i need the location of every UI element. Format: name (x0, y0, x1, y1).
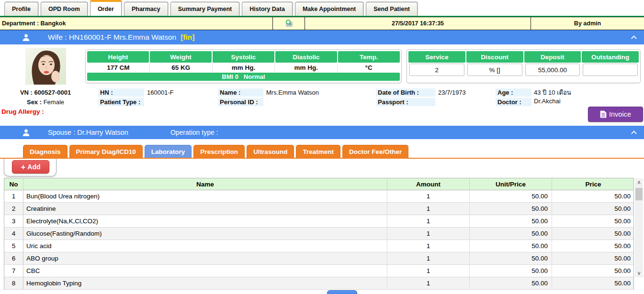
tab-ultrasound[interactable]: Ultrasound (247, 145, 294, 158)
invoice-button[interactable]: Invoice (588, 107, 643, 122)
personal-id-value (266, 98, 352, 106)
billing-header-deposit: Deposit (524, 51, 581, 63)
outstanding-field[interactable] (583, 64, 638, 76)
vitals-header-weight: Weight (150, 51, 212, 63)
search-log-icon[interactable] (273, 17, 305, 30)
table-row[interactable]: 4 Glucose(Fasting/Random) 1 50.00 50.00 (4, 228, 633, 240)
personal-id-label: Personal ID : (218, 98, 263, 106)
passport-label: Passport : (376, 98, 435, 106)
chevron-up-icon[interactable] (630, 33, 638, 41)
vitals-value-height: 177 CM (87, 63, 150, 73)
billing-header-service: Service (408, 51, 465, 63)
col-header-no: No (4, 178, 23, 190)
tab-laboratory[interactable]: Laboratory (145, 145, 192, 158)
plus-icon: + (21, 163, 25, 171)
add-button[interactable]: + Add (12, 160, 49, 174)
drug-allergy-label: Drug Allergy : (1, 108, 44, 115)
user-icon (22, 128, 31, 137)
patient-photo (25, 48, 66, 85)
lab-table-header: No Name Amount Unit/Price Price (4, 178, 633, 190)
fin-badge: [fin] (181, 33, 194, 42)
tab-summary-payment[interactable]: Summary Payment (170, 2, 240, 16)
logged-in-user: By admin (531, 17, 644, 30)
invoice-doc-icon (600, 110, 607, 118)
passport-value (438, 98, 491, 106)
tab-prescription[interactable]: Prescription (193, 145, 245, 158)
lab-items-table: No Name Amount Unit/Price Price 1 Bun(Bl… (4, 178, 634, 290)
service-field[interactable]: 2 (409, 64, 464, 76)
patient-type-value (147, 98, 214, 106)
chevron-up-icon[interactable] (630, 129, 638, 136)
scrollbar-thumb[interactable] (635, 188, 643, 200)
add-button-container: + Add (4, 159, 56, 176)
tab-history-data[interactable]: History Data (242, 2, 293, 16)
vitals-value-temp: °C (338, 63, 400, 73)
wife-section-header: Wife : HN160001-F Mrs.Emma Watson [fin] (0, 30, 644, 44)
tab-order[interactable]: Order (90, 0, 122, 16)
table-row[interactable]: 7 CBC 1 50.00 50.00 (4, 265, 633, 277)
vitals-value-diastolic: mm Hg. (275, 63, 338, 73)
col-header-name: Name (23, 178, 387, 190)
name-label: Name : (218, 88, 263, 97)
age-value: 43 ปี 10 เดือน (534, 88, 606, 97)
order-tab-bar: Diagnosis Primary Diag/ICD10 Laboratory … (0, 144, 644, 159)
col-header-amount: Amount (387, 178, 470, 190)
table-row[interactable]: 2 Creatinine 1 50.00 50.00 (4, 203, 633, 215)
tab-make-appointment[interactable]: Make Appointment (295, 2, 363, 16)
current-datetime: 27/5/2017 16:37:35 (305, 17, 531, 30)
sex-value: Female (44, 98, 64, 106)
age-label: Age : (496, 88, 531, 97)
vitals-table: Height Weight Systolic Diastolic Temp. 1… (85, 49, 402, 83)
spouse-title: Spouse : Dr.Harry Watson (48, 129, 128, 136)
name-value: Mrs.Emma Watson (266, 88, 352, 97)
col-header-unit-price: Unit/Price (470, 178, 552, 190)
deposit-field[interactable]: 55,000.00 (525, 64, 580, 76)
discount-field[interactable]: % [] (467, 64, 522, 76)
billing-header-discount: Discount (466, 51, 523, 63)
partial-bottom-button[interactable] (327, 290, 357, 294)
table-row[interactable]: 5 Uric acid 1 50.00 50.00 (4, 240, 633, 252)
col-header-price: Price (552, 178, 634, 190)
spouse-section-header: Spouse : Dr.Harry Watson Operation type … (0, 126, 644, 139)
doctor-value: Dr.Akchai (534, 97, 606, 105)
hn-label: HN : (98, 88, 144, 97)
vitals-header-diastolic: Diastolic (275, 51, 337, 63)
vitals-header-temp: Temp. (338, 51, 400, 63)
sex-label: Sex : (27, 98, 42, 106)
tab-profile[interactable]: Profile (4, 2, 38, 16)
patient-order-screen: Profile OPD Room Order Pharmacy Summary … (0, 0, 644, 294)
table-row[interactable]: 1 Bun(Blood Urea nitrogen) 1 50.00 50.00 (4, 190, 633, 203)
table-row[interactable]: 3 Electrolyte(Na,K,Cl,CO2) 1 50.00 50.00 (4, 215, 633, 228)
scroll-down-icon[interactable]: ∨ (635, 269, 643, 277)
billing-header-outstanding: Outstanding (582, 51, 639, 63)
table-row[interactable]: 6 ABO group 1 50.00 50.00 (4, 252, 633, 265)
status-bar: Department : Bangkok 27/5/2017 16:37:35 … (0, 17, 644, 30)
vitals-value-weight: 65 KG (150, 63, 213, 73)
tab-opd-room[interactable]: OPD Room (41, 2, 88, 16)
table-row[interactable]: 8 Hemoglobin Typing 1 50.00 50.00 (4, 277, 633, 290)
hn-value: 160001-F (147, 88, 214, 97)
tab-send-patient[interactable]: Send Patient (366, 2, 418, 16)
wife-title: Wife : HN160001-F Mrs.Emma Watson (48, 33, 176, 42)
table-scrollbar[interactable]: ∧ ∨ (635, 178, 643, 277)
vn-value: VN : 600527-0001 (14, 88, 77, 97)
vitals-value-systolic: mm Hg. (213, 63, 275, 73)
dob-label: Date of Birth : (376, 88, 435, 97)
scroll-up-icon[interactable]: ∧ (635, 178, 643, 186)
add-button-label: Add (27, 163, 40, 171)
tab-diagnosis[interactable]: Diagnosis (23, 145, 68, 158)
sex-row: Sex : Female (14, 98, 77, 106)
tab-primary-diag-icd10[interactable]: Primary Diag/ICD10 (69, 145, 143, 158)
vitals-header-systolic: Systolic (213, 51, 274, 63)
tab-doctor-fee-other[interactable]: Doctor Fee/Other (342, 145, 408, 158)
patient-type-label: Patient Type : (98, 98, 144, 106)
vitals-header-height: Height (87, 51, 149, 63)
bmi-status: BMI 0 Normal (87, 73, 400, 81)
invoice-button-label: Invoice (609, 110, 631, 118)
user-icon (22, 33, 31, 42)
dob-value: 23/7/1973 (438, 88, 491, 97)
billing-table: Service Discount Deposit Outstanding 2 %… (407, 49, 641, 83)
tab-pharmacy[interactable]: Pharmacy (124, 2, 168, 16)
main-tab-bar: Profile OPD Room Order Pharmacy Summary … (0, 0, 644, 17)
tab-treatment[interactable]: Treatment (296, 145, 340, 158)
